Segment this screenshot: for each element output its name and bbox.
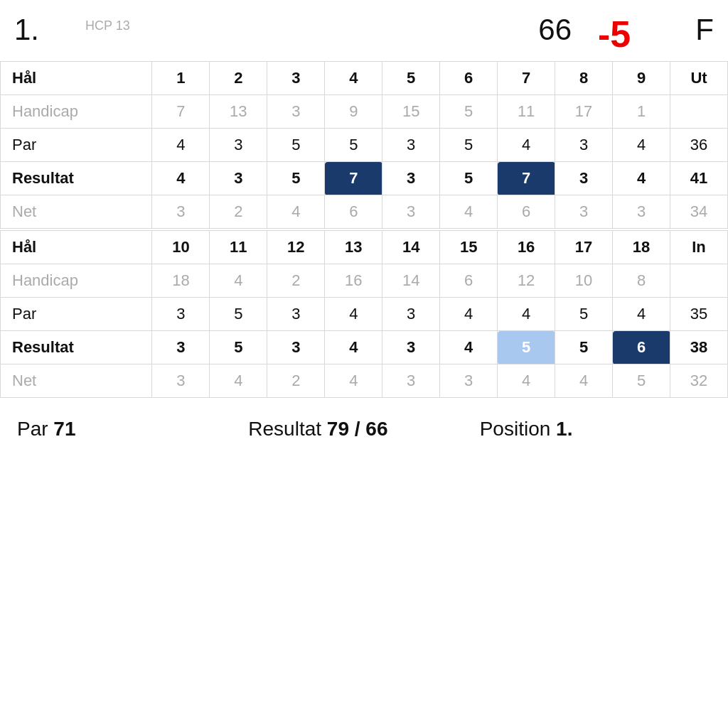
front9-res-4: 7 [325, 162, 382, 195]
front9-hal-row: Hål 1 2 3 4 5 6 7 8 9 Ut [1, 62, 728, 95]
front9-hole-9: 9 [613, 62, 670, 95]
back9-res-18: 6 [613, 331, 670, 364]
back9-hole-16: 16 [498, 231, 555, 264]
back9-net-11: 4 [210, 364, 267, 398]
front9-hcp-6: 5 [440, 95, 498, 129]
front9-net-9: 3 [613, 195, 670, 229]
back9-res-13: 4 [325, 331, 382, 364]
front9-hcp-8: 17 [555, 95, 613, 129]
back9-hal-row: Hål 10 11 12 13 14 15 16 17 18 In [1, 231, 728, 264]
front9-res-3: 5 [267, 162, 325, 195]
front9-net-row: Net 3 2 4 6 3 4 6 3 3 34 [1, 195, 728, 229]
front9-hole-3: 3 [267, 62, 325, 95]
back9-res-11: 5 [210, 331, 267, 364]
back9-res-14: 3 [382, 331, 440, 364]
back9-hcp-18: 8 [613, 264, 670, 298]
front9-res-8: 3 [555, 162, 613, 195]
back9-net-row: Net 3 4 2 4 3 3 4 4 5 32 [1, 364, 728, 398]
front9-net-7: 6 [498, 195, 555, 229]
front9-par-8: 3 [555, 129, 613, 162]
front9-par-3: 5 [267, 129, 325, 162]
front9-resultat-row: Resultat 4 3 5 7 3 5 7 3 4 41 [1, 162, 728, 195]
front9-par-label: Par [1, 129, 152, 162]
front9-hcp-2: 13 [210, 95, 267, 129]
back9-hcp-11: 4 [210, 264, 267, 298]
front9-res-6: 5 [440, 162, 498, 195]
front9-par-2: 3 [210, 129, 267, 162]
header-score: 66 [486, 13, 572, 47]
front9-res-2: 3 [210, 162, 267, 195]
back9-res-15: 4 [440, 331, 498, 364]
back9-hole-12: 12 [267, 231, 325, 264]
front9-par-ut: 36 [670, 129, 728, 162]
back9-handicap-label: Handicap [1, 264, 152, 298]
back9-hcp-14: 14 [382, 264, 440, 298]
front9-hole-5: 5 [382, 62, 440, 95]
back9-resultat-row: Resultat 3 5 3 4 3 4 5 5 6 38 [1, 331, 728, 364]
header-diff: -5 [572, 13, 657, 55]
front9-hole-2: 2 [210, 62, 267, 95]
header-position: 1. [14, 13, 85, 47]
back9-par-16: 4 [498, 298, 555, 331]
footer-position-label: Position [480, 418, 551, 440]
back9-res-10: 3 [152, 331, 210, 364]
front9-table: Hål 1 2 3 4 5 6 7 8 9 Ut Handicap 7 13 3… [0, 61, 728, 229]
back9-par-label: Par [1, 298, 152, 331]
footer-position-value: 1. [556, 418, 572, 440]
back9-hcp-15: 6 [440, 264, 498, 298]
front9-hcp-5: 15 [382, 95, 440, 129]
back9-hole-10: 10 [152, 231, 210, 264]
front9-net-5: 3 [382, 195, 440, 229]
back9-resultat-label: Resultat [1, 331, 152, 364]
back9-net-15: 3 [440, 364, 498, 398]
front9-hole-7: 7 [498, 62, 555, 95]
back9-net-17: 4 [555, 364, 613, 398]
back9-hole-17: 17 [555, 231, 613, 264]
front9-hole-6: 6 [440, 62, 498, 95]
front9-hcp-9: 1 [613, 95, 670, 129]
front9-handicap-row: Handicap 7 13 3 9 15 5 11 17 1 [1, 95, 728, 129]
front9-par-9: 4 [613, 129, 670, 162]
back9-par-10: 3 [152, 298, 210, 331]
front9-net-8: 3 [555, 195, 613, 229]
front9-net-3: 4 [267, 195, 325, 229]
front9-res-7: 7 [498, 162, 555, 195]
front9-par-row: Par 4 3 5 5 3 5 4 3 4 36 [1, 129, 728, 162]
front9-hole-ut: Ut [670, 62, 728, 95]
front9-hal-label: Hål [1, 62, 152, 95]
front9-par-5: 3 [382, 129, 440, 162]
back9-net-16: 4 [498, 364, 555, 398]
back9-res-17: 5 [555, 331, 613, 364]
header: 1. HCP 13 66 -5 F [0, 0, 728, 61]
front9-handicap-label: Handicap [1, 95, 152, 129]
front9-par-1: 4 [152, 129, 210, 162]
front9-hole-1: 1 [152, 62, 210, 95]
front9-hole-4: 4 [325, 62, 382, 95]
footer-resultat: Resultat 79 / 66 [248, 418, 479, 440]
back9-net-10: 3 [152, 364, 210, 398]
front9-net-label: Net [1, 195, 152, 229]
footer-par: Par 71 [17, 418, 248, 440]
footer-par-label: Par [17, 418, 48, 440]
back9-hcp-13: 16 [325, 264, 382, 298]
back9-hcp-in [670, 264, 728, 298]
back9-hcp-12: 2 [267, 264, 325, 298]
header-hcp: HCP 13 [85, 18, 486, 33]
front9-res-9: 4 [613, 162, 670, 195]
back9-hole-14: 14 [382, 231, 440, 264]
footer-position: Position 1. [480, 418, 711, 440]
back9-net-13: 4 [325, 364, 382, 398]
front9-res-1: 4 [152, 162, 210, 195]
back9-hole-in: In [670, 231, 728, 264]
footer-resultat-value: 79 / 66 [327, 418, 388, 440]
back9-par-15: 4 [440, 298, 498, 331]
front9-net-4: 6 [325, 195, 382, 229]
back9-hcp-17: 10 [555, 264, 613, 298]
header-status: F [657, 13, 714, 47]
back9-par-17: 5 [555, 298, 613, 331]
back9-par-14: 3 [382, 298, 440, 331]
front9-net-ut: 34 [670, 195, 728, 229]
back9-hcp-16: 12 [498, 264, 555, 298]
back9-hcp-10: 18 [152, 264, 210, 298]
back9-handicap-row: Handicap 18 4 2 16 14 6 12 10 8 [1, 264, 728, 298]
